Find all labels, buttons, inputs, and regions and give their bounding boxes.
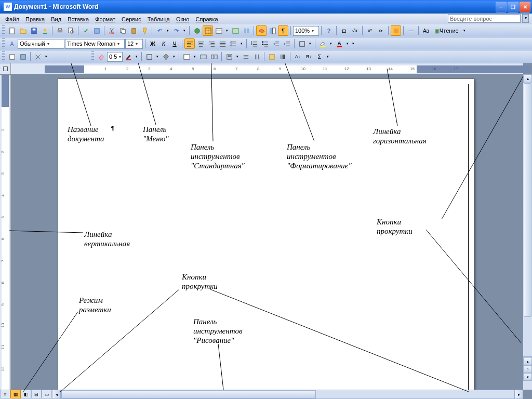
- tool-1[interactable]: [7, 51, 17, 62]
- tool-2[interactable]: [18, 51, 28, 62]
- open-button[interactable]: [18, 25, 28, 36]
- next-page-button[interactable]: ▾: [523, 373, 532, 381]
- menu-tools[interactable]: Сервис: [118, 15, 144, 23]
- toolbar-options[interactable]: ▾: [351, 38, 356, 49]
- equation-button[interactable]: √α: [350, 25, 360, 36]
- scroll-thumb[interactable]: [524, 83, 531, 317]
- insert-table-2-button[interactable]: [181, 51, 192, 62]
- font-color-dropdown[interactable]: ▾: [345, 38, 350, 49]
- close-button[interactable]: ✕: [520, 2, 530, 12]
- toolbar-options[interactable]: ▾: [325, 51, 330, 62]
- text-direction-button[interactable]: ||||: [277, 51, 288, 62]
- autosum-button[interactable]: [391, 25, 401, 36]
- eraser-button[interactable]: [96, 51, 107, 62]
- preview-button[interactable]: [65, 25, 76, 36]
- undo-button[interactable]: ↶: [154, 25, 165, 36]
- web-view-button[interactable]: ◧: [21, 390, 31, 398]
- help-search-input[interactable]: [448, 14, 521, 23]
- highlight-button[interactable]: [317, 38, 328, 49]
- pen-color-button[interactable]: [123, 51, 134, 62]
- show-paragraph-button[interactable]: ¶: [278, 25, 288, 36]
- border-style-button[interactable]: [144, 51, 154, 62]
- scroll-right-button[interactable]: ▸: [514, 390, 523, 399]
- line-spacing-dropdown[interactable]: ▾: [239, 38, 244, 49]
- insert-table-dropdown[interactable]: ▾: [224, 25, 230, 36]
- autosum-button[interactable]: Σ: [314, 51, 325, 62]
- cut-button[interactable]: [107, 25, 117, 36]
- research-button[interactable]: [91, 25, 102, 36]
- menu-window[interactable]: Окно: [173, 15, 193, 23]
- toolbar-options[interactable]: ▾: [44, 51, 49, 62]
- maximize-button[interactable]: ❐: [508, 2, 518, 12]
- prev-page-button[interactable]: ▴: [523, 357, 532, 365]
- hscroll-track[interactable]: [61, 390, 514, 399]
- columns-button[interactable]: [241, 25, 251, 36]
- font-size-select[interactable]: 12▾: [125, 39, 143, 49]
- paste-button[interactable]: [128, 25, 139, 36]
- align-right-button[interactable]: [206, 38, 217, 49]
- borders-dropdown[interactable]: ▾: [308, 38, 313, 49]
- new-button[interactable]: [7, 25, 17, 36]
- distribute-rows-button[interactable]: [241, 51, 251, 62]
- toolbar-options[interactable]: ▾: [462, 25, 467, 36]
- line-spacing-button[interactable]: [228, 38, 238, 49]
- sort-desc-button[interactable]: Я↓: [303, 51, 314, 62]
- italic-button[interactable]: К: [158, 38, 169, 49]
- increase-indent-button[interactable]: [282, 38, 292, 49]
- zoom-select[interactable]: 100%▾: [293, 26, 319, 36]
- spellcheck-button[interactable]: ✓: [81, 25, 91, 36]
- menu-help[interactable]: Справка: [192, 15, 221, 23]
- sort-button[interactable]: —: [406, 25, 416, 36]
- redo-button[interactable]: ↷: [171, 25, 181, 36]
- highlight-dropdown[interactable]: ▾: [328, 38, 334, 49]
- ruler-corner[interactable]: [0, 63, 11, 74]
- decrease-indent-button[interactable]: [271, 38, 281, 49]
- font-select[interactable]: Times New Roman▾: [65, 39, 125, 49]
- underline-button[interactable]: Ч: [169, 38, 180, 49]
- minimize-button[interactable]: ─: [496, 2, 507, 12]
- symbol-button[interactable]: Ω: [339, 25, 349, 36]
- insert-table-button[interactable]: [214, 25, 224, 36]
- outline-view-button[interactable]: ⊟: [31, 390, 42, 398]
- menu-insert[interactable]: Вставка: [64, 15, 92, 23]
- print-button[interactable]: [55, 25, 65, 36]
- toolbar-grip[interactable]: [91, 51, 94, 62]
- reading-layout-button[interactable]: ▣ Чтение: [432, 25, 461, 36]
- menu-format[interactable]: Формат: [92, 15, 118, 23]
- distribute-cols-button[interactable]: [251, 51, 262, 62]
- print-layout-view-button[interactable]: ▦: [10, 390, 21, 398]
- split-cells-button[interactable]: [209, 51, 219, 62]
- tables-borders-button[interactable]: [203, 25, 213, 36]
- font-color-button[interactable]: A: [334, 38, 344, 49]
- tool-3[interactable]: [33, 51, 43, 62]
- vertical-scrollbar[interactable]: ▴ ▾ ▴ ○ ▾: [523, 74, 532, 390]
- redo-dropdown[interactable]: ▾: [182, 25, 187, 36]
- align-center-button[interactable]: [195, 38, 206, 49]
- toolbar-grip[interactable]: [2, 38, 5, 49]
- select-browse-button[interactable]: ○: [523, 365, 532, 373]
- numbering-button[interactable]: 12: [249, 38, 259, 49]
- autoformat-button[interactable]: [267, 51, 277, 62]
- superscript-button[interactable]: x²: [365, 25, 375, 36]
- styles-pane-button[interactable]: A: [7, 38, 17, 49]
- drawing-toolbar-button[interactable]: [256, 25, 267, 36]
- menu-view[interactable]: Вид: [48, 15, 64, 23]
- scroll-left-button[interactable]: ◂: [52, 390, 61, 399]
- vertical-ruler[interactable]: 123456789101112: [0, 75, 11, 399]
- document-map-button[interactable]: [267, 25, 277, 36]
- hyperlink-button[interactable]: [192, 25, 202, 36]
- help-dropdown[interactable]: ▾: [522, 14, 529, 23]
- align-justify-button[interactable]: [217, 38, 228, 49]
- normal-view-button[interactable]: ≡: [0, 390, 10, 398]
- insert-worksheet-button[interactable]: [230, 25, 241, 36]
- shading-button[interactable]: [161, 51, 171, 62]
- align-left-button[interactable]: [184, 38, 195, 49]
- borders-button[interactable]: [297, 38, 307, 49]
- style-select[interactable]: Обычный▾: [18, 39, 64, 49]
- save-button[interactable]: [29, 25, 39, 36]
- menu-edit[interactable]: Правка: [22, 15, 48, 23]
- document-area[interactable]: ¶: [11, 74, 523, 390]
- document-page[interactable]: ¶: [58, 78, 474, 390]
- format-painter-button[interactable]: [139, 25, 150, 36]
- bullets-button[interactable]: [260, 38, 270, 49]
